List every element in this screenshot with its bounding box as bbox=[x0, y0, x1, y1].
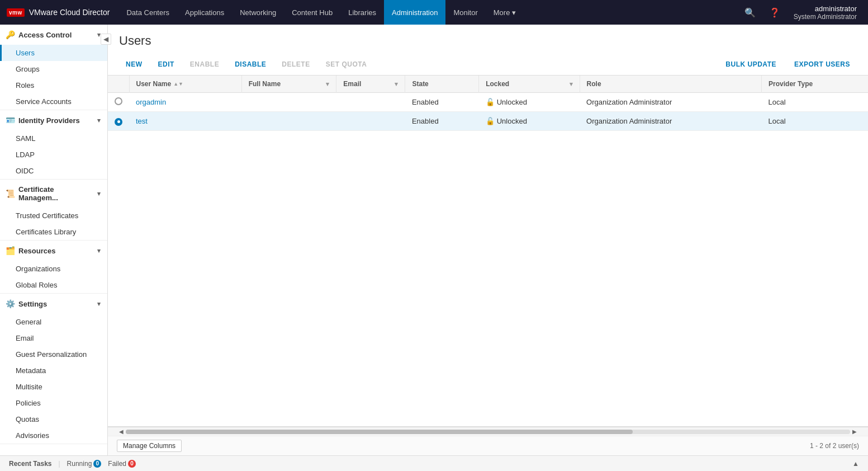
sidebar-item-trusted-certificates[interactable]: Trusted Certificates bbox=[0, 208, 107, 224]
scroll-left-arrow[interactable]: ◀ bbox=[117, 428, 126, 435]
scroll-right-arrow[interactable]: ▶ bbox=[850, 428, 859, 435]
user-menu[interactable]: administrator System Administrator bbox=[789, 4, 861, 21]
email-column-header[interactable]: Email ▾ bbox=[336, 76, 405, 93]
failed-label: Failed bbox=[108, 460, 126, 468]
sidebar-collapse-button[interactable]: ◀ bbox=[101, 34, 108, 45]
sidebar-item-organizations[interactable]: Organizations bbox=[0, 261, 107, 277]
fullname-cell-orgadmin bbox=[241, 93, 336, 112]
nav-networking[interactable]: Networking bbox=[232, 0, 284, 25]
sidebar-item-ldap[interactable]: LDAP bbox=[0, 147, 107, 163]
settings-icon: ⚙️ bbox=[6, 299, 15, 308]
status-bar: Recent Tasks | Running 0 Failed 0 ▲ bbox=[0, 455, 868, 471]
email-filter-icon[interactable]: ▾ bbox=[395, 81, 398, 88]
search-button[interactable]: 🔍 bbox=[740, 5, 760, 20]
certificate-management-label: Certificate Managem... bbox=[18, 185, 94, 202]
sidebar-item-oidc[interactable]: OIDC bbox=[0, 163, 107, 179]
username-cell-orgadmin[interactable]: orgadmin bbox=[129, 93, 241, 112]
users-table: User Name ▲▼ Full Name ▾ bbox=[108, 76, 868, 131]
fullname-column-header[interactable]: Full Name ▾ bbox=[241, 76, 336, 93]
nav-applications[interactable]: Applications bbox=[177, 0, 232, 25]
sidebar-section-header-identity-providers[interactable]: 🪪 Identity Providers ▾ bbox=[0, 110, 107, 130]
fullname-filter-icon[interactable]: ▾ bbox=[326, 81, 329, 88]
sidebar: ◀ 🔑 Access Control ▾ Users Groups Roles … bbox=[0, 25, 108, 455]
horizontal-scrollbar[interactable]: ◀ ▶ bbox=[108, 427, 868, 436]
app-name: VMware Cloud Director bbox=[29, 8, 110, 17]
table-footer: Manage Columns 1 - 2 of 2 user(s) bbox=[108, 436, 868, 455]
username-sort-icon[interactable]: ▲▼ bbox=[173, 81, 183, 87]
state-cell-test: Enabled bbox=[405, 112, 479, 131]
new-button[interactable]: NEW bbox=[119, 58, 149, 70]
help-button[interactable]: ❓ bbox=[765, 5, 785, 20]
enable-button[interactable]: ENABLE bbox=[183, 58, 226, 70]
resources-label: Resources bbox=[18, 247, 55, 255]
nav-contenthub[interactable]: Content Hub bbox=[284, 0, 340, 25]
page-title: Users bbox=[119, 34, 857, 48]
nav-more[interactable]: More ▾ bbox=[486, 0, 524, 25]
sidebar-item-global-roles[interactable]: Global Roles bbox=[0, 277, 107, 293]
delete-button[interactable]: DELETE bbox=[275, 58, 316, 70]
app-logo[interactable]: vmw VMware Cloud Director bbox=[7, 8, 110, 17]
sidebar-item-groups[interactable]: Groups bbox=[0, 61, 107, 77]
sidebar-item-general[interactable]: General bbox=[0, 314, 107, 330]
nav-administration[interactable]: Administration bbox=[384, 0, 445, 25]
disable-button[interactable]: DISABLE bbox=[228, 58, 273, 70]
sidebar-item-users[interactable]: Users bbox=[0, 45, 107, 61]
username-link-orgadmin[interactable]: orgadmin bbox=[136, 98, 166, 106]
nav-datacenters[interactable]: Data Centers bbox=[118, 0, 177, 25]
table-row[interactable]: test Enabled 🔓Unlocked Organization Admi… bbox=[108, 112, 868, 131]
sidebar-item-certificates-library[interactable]: Certificates Library bbox=[0, 224, 107, 240]
row-select-orgadmin[interactable] bbox=[108, 93, 129, 112]
nav-right: 🔍 ❓ administrator System Administrator bbox=[740, 4, 861, 21]
radio-test[interactable] bbox=[115, 118, 122, 126]
locked-filter-icon[interactable]: ▾ bbox=[570, 81, 573, 88]
manage-columns-button[interactable]: Manage Columns bbox=[117, 440, 182, 452]
sidebar-item-email[interactable]: Email bbox=[0, 330, 107, 346]
recent-tasks-label[interactable]: Recent Tasks bbox=[9, 460, 51, 468]
edit-button[interactable]: EDIT bbox=[151, 58, 181, 70]
username-link-test[interactable]: test bbox=[136, 117, 148, 125]
set-quota-button[interactable]: SET QUOTA bbox=[319, 58, 374, 70]
role-cell-test: Organization Administrator bbox=[580, 112, 761, 131]
resources-icon: 🗂️ bbox=[6, 246, 15, 255]
sidebar-item-quotas[interactable]: Quotas bbox=[0, 411, 107, 427]
sidebar-item-policies[interactable]: Policies bbox=[0, 395, 107, 411]
sidebar-item-metadata[interactable]: Metadata bbox=[0, 362, 107, 379]
sidebar-section-header-settings[interactable]: ⚙️ Settings ▾ bbox=[0, 294, 107, 314]
certificate-management-icon: 📜 bbox=[6, 189, 15, 198]
top-navigation: vmw VMware Cloud Director Data Centers A… bbox=[0, 0, 868, 25]
sidebar-item-roles[interactable]: Roles bbox=[0, 77, 107, 93]
failed-status: Failed 0 bbox=[108, 460, 136, 468]
sidebar-section-access-control: 🔑 Access Control ▾ Users Groups Roles Se… bbox=[0, 25, 107, 110]
fullname-cell-test bbox=[241, 112, 336, 131]
bulk-update-button[interactable]: BULK UPDATE bbox=[719, 58, 783, 70]
username-cell-test[interactable]: test bbox=[129, 112, 241, 131]
table-row[interactable]: orgadmin Enabled 🔓Unlocked Organization … bbox=[108, 93, 868, 112]
scroll-thumb[interactable] bbox=[126, 430, 633, 434]
sidebar-item-advisories[interactable]: Advisories bbox=[0, 427, 107, 444]
scroll-track[interactable] bbox=[126, 430, 850, 434]
radio-orgadmin[interactable] bbox=[115, 97, 122, 105]
sidebar-item-service-accounts[interactable]: Service Accounts bbox=[0, 93, 107, 110]
email-cell-test bbox=[336, 112, 405, 131]
username-column-header[interactable]: User Name ▲▼ bbox=[129, 76, 241, 93]
sidebar-section-header-certificate-management[interactable]: 📜 Certificate Managem... ▾ bbox=[0, 180, 107, 208]
locked-column-header[interactable]: Locked ▾ bbox=[479, 76, 580, 93]
sidebar-section-header-access-control[interactable]: 🔑 Access Control ▾ bbox=[0, 25, 107, 45]
provider-type-cell-test: Local bbox=[762, 112, 868, 131]
locked-cell-test: 🔓Unlocked bbox=[479, 112, 580, 131]
sidebar-section-resources: 🗂️ Resources ▾ Organizations Global Role… bbox=[0, 241, 107, 294]
nav-libraries[interactable]: Libraries bbox=[340, 0, 384, 25]
sidebar-item-guest-personalization[interactable]: Guest Personalization bbox=[0, 346, 107, 362]
sidebar-item-saml[interactable]: SAML bbox=[0, 130, 107, 147]
nav-items: Data Centers Applications Networking Con… bbox=[118, 0, 739, 25]
export-users-button[interactable]: EXPORT USERS bbox=[788, 58, 857, 70]
select-all-column bbox=[108, 76, 129, 93]
sidebar-section-certificate-management: 📜 Certificate Managem... ▾ Trusted Certi… bbox=[0, 180, 107, 241]
user-name: administrator bbox=[794, 4, 857, 13]
row-select-test[interactable] bbox=[108, 112, 129, 131]
sidebar-section-header-resources[interactable]: 🗂️ Resources ▾ bbox=[0, 241, 107, 261]
nav-monitor[interactable]: Monitor bbox=[445, 0, 485, 25]
sidebar-item-multisite[interactable]: Multisite bbox=[0, 379, 107, 395]
identity-providers-label: Identity Providers bbox=[18, 116, 80, 125]
status-bar-expand-icon[interactable]: ▲ bbox=[852, 460, 859, 468]
